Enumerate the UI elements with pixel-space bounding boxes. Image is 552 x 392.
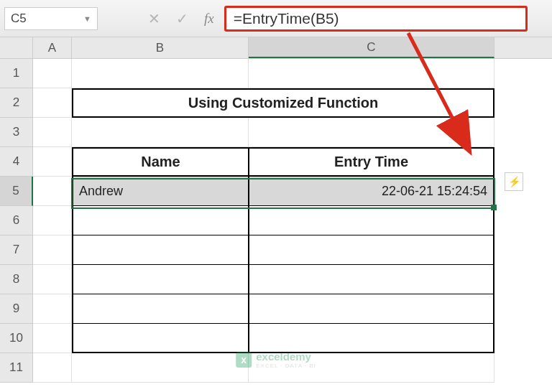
select-all-corner[interactable]	[0, 37, 33, 58]
row-4: 4 Name Entry Time	[0, 147, 552, 177]
row-header-8[interactable]: 8	[0, 265, 33, 294]
row-5: 5 Andrew 22-06-21 15:24:54	[0, 177, 552, 206]
column-headers: A B C	[0, 37, 552, 59]
cell-C6[interactable]	[249, 206, 494, 235]
col-header-B[interactable]: B	[72, 37, 249, 58]
cell-A8[interactable]	[33, 265, 72, 294]
cell-A5[interactable]	[33, 177, 72, 206]
formula-bar-buttons: ✕ ✓ fx	[98, 10, 224, 27]
col-header-C[interactable]: C	[249, 37, 494, 58]
cell-B10[interactable]	[72, 324, 249, 353]
col-header-A[interactable]: A	[33, 37, 72, 58]
cell-C3[interactable]	[249, 118, 494, 147]
smart-tag-icon[interactable]: ⚡	[505, 172, 523, 191]
row-6: 6	[0, 206, 552, 235]
cell-A10[interactable]	[33, 324, 72, 353]
cell-C9[interactable]	[249, 294, 494, 324]
header-time-text: Entry Time	[334, 154, 408, 170]
lightning-icon: ⚡	[508, 176, 520, 187]
cell-A7[interactable]	[33, 235, 72, 265]
header-time-cell[interactable]: Entry Time	[249, 147, 494, 177]
row-header-11[interactable]: 11	[0, 353, 33, 383]
name-value: Andrew	[79, 184, 123, 199]
cancel-icon[interactable]: ✕	[148, 10, 160, 27]
formula-bar: C5 ▼ ✕ ✓ fx =EntryTime(B5)	[0, 0, 552, 37]
row-1: 1	[0, 59, 552, 88]
check-icon[interactable]: ✓	[176, 10, 188, 27]
watermark: x exceldemy EXCEL · DATA · BI	[236, 350, 316, 369]
row-header-3[interactable]: 3	[0, 118, 33, 147]
spreadsheet-grid: A B C 1 2 Using Customized Function 3 4 …	[0, 37, 552, 383]
cell-A1[interactable]	[33, 59, 72, 88]
cell-A2[interactable]	[33, 88, 72, 118]
watermark-logo-icon: x	[236, 352, 252, 368]
cell-C1[interactable]	[249, 59, 494, 88]
cell-C7[interactable]	[249, 235, 494, 265]
cell-B5[interactable]: Andrew	[72, 177, 249, 206]
row-header-5[interactable]: 5	[0, 177, 33, 206]
cell-B6[interactable]	[72, 206, 249, 235]
row-8: 8	[0, 265, 552, 294]
cell-B9[interactable]	[72, 294, 249, 324]
formula-text: =EntryTime(B5)	[234, 10, 339, 27]
cell-A11[interactable]	[33, 353, 72, 383]
dropdown-icon[interactable]: ▼	[83, 14, 91, 23]
row-header-9[interactable]: 9	[0, 294, 33, 324]
cell-C10[interactable]	[249, 324, 494, 353]
cell-A6[interactable]	[33, 206, 72, 235]
time-value: 22-06-21 15:24:54	[382, 184, 487, 199]
row-10: 10	[0, 324, 552, 353]
cell-B8[interactable]	[72, 265, 249, 294]
cell-B7[interactable]	[72, 235, 249, 265]
cell-B3[interactable]	[72, 118, 249, 147]
cell-A3[interactable]	[33, 118, 72, 147]
title-cell[interactable]: Using Customized Function	[72, 88, 494, 118]
header-name-text: Name	[141, 154, 180, 170]
row-header-6[interactable]: 6	[0, 206, 33, 235]
cell-reference: C5	[11, 11, 27, 26]
row-header-10[interactable]: 10	[0, 324, 33, 353]
row-7: 7	[0, 235, 552, 265]
row-header-2[interactable]: 2	[0, 88, 33, 118]
cell-B1[interactable]	[72, 59, 249, 88]
row-header-1[interactable]: 1	[0, 59, 33, 88]
watermark-sub: EXCEL · DATA · BI	[256, 363, 316, 369]
cell-A4[interactable]	[33, 147, 72, 177]
cell-B11[interactable]	[72, 353, 249, 383]
header-name-cell[interactable]: Name	[72, 147, 249, 177]
fx-icon[interactable]: fx	[204, 11, 214, 27]
watermark-brand: exceldemy	[256, 350, 311, 363]
title-text: Using Customized Function	[188, 95, 378, 111]
row-3: 3	[0, 118, 552, 147]
row-header-4[interactable]: 4	[0, 147, 33, 177]
row-header-7[interactable]: 7	[0, 235, 33, 265]
cell-A9[interactable]	[33, 294, 72, 324]
name-box[interactable]: C5 ▼	[4, 7, 98, 30]
formula-input[interactable]: =EntryTime(B5)	[224, 6, 528, 32]
row-9: 9	[0, 294, 552, 324]
cell-C8[interactable]	[249, 265, 494, 294]
cell-C5[interactable]: 22-06-21 15:24:54	[249, 177, 494, 206]
row-2: 2 Using Customized Function	[0, 88, 552, 118]
